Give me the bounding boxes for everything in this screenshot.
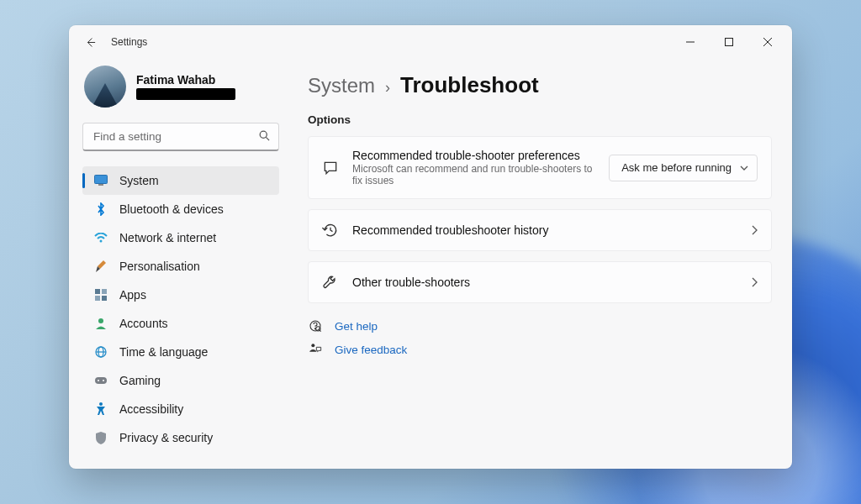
preferences-dropdown[interactable]: Ask me before running	[609, 155, 758, 181]
window-title: Settings	[111, 36, 147, 48]
give-feedback-link[interactable]: Give feedback	[335, 344, 407, 356]
svg-rect-7	[98, 184, 103, 186]
minimize-icon	[686, 38, 695, 46]
sidebar-item-network[interactable]: Network & internet	[82, 223, 279, 252]
sidebar-item-system[interactable]: System	[82, 166, 279, 195]
gamepad-icon	[94, 374, 108, 387]
apps-icon	[94, 288, 108, 302]
sidebar-item-time[interactable]: Time & language	[82, 338, 279, 366]
sidebar-item-apps[interactable]: Apps	[82, 281, 279, 309]
window-controls	[671, 29, 787, 55]
svg-rect-11	[95, 296, 100, 301]
footer-links: Get help Give feedback	[308, 318, 772, 357]
sidebar-item-personalisation[interactable]: Personalisation	[82, 252, 279, 281]
svg-point-20	[99, 402, 103, 406]
shield-icon	[94, 431, 108, 444]
sidebar-item-label: Accounts	[119, 317, 168, 330]
give-feedback-row: Give feedback	[308, 342, 772, 357]
person-icon	[94, 317, 108, 330]
history-icon	[322, 222, 339, 239]
svg-line-24	[320, 330, 321, 332]
search-input[interactable]	[82, 123, 279, 151]
maximize-button[interactable]	[710, 29, 748, 55]
wifi-icon	[94, 231, 108, 244]
page-title: Troubleshoot	[400, 72, 539, 98]
search-container	[82, 123, 279, 151]
avatar	[84, 66, 126, 108]
minimize-button[interactable]	[671, 29, 710, 55]
get-help-link[interactable]: Get help	[335, 320, 378, 333]
brush-icon	[94, 260, 108, 273]
svg-point-4	[260, 131, 267, 138]
breadcrumb-parent[interactable]: System	[308, 74, 375, 97]
svg-rect-12	[102, 296, 107, 301]
close-icon	[763, 38, 772, 46]
profile-email-redacted	[136, 88, 235, 100]
sidebar-item-bluetooth[interactable]: Bluetooth & devices	[82, 195, 279, 223]
dropdown-value: Ask me before running	[621, 161, 732, 174]
sidebar-item-label: Bluetooth & devices	[119, 202, 224, 216]
card-troubleshooter-preferences[interactable]: Recommended trouble-shooter preferences …	[308, 136, 772, 199]
close-button[interactable]	[748, 29, 787, 55]
svg-rect-10	[102, 289, 107, 294]
svg-point-19	[103, 380, 104, 381]
card-title: Recommended trouble-shooter preferences	[352, 149, 595, 162]
chevron-right-icon: ›	[385, 79, 390, 97]
accessibility-icon	[94, 402, 108, 416]
display-icon	[94, 174, 108, 187]
profile-name: Fatima Wahab	[136, 73, 235, 87]
sidebar-item-gaming[interactable]: Gaming	[82, 366, 279, 395]
sidebar-item-label: Network & internet	[119, 231, 216, 244]
settings-window: Settings Fatima Wahab	[69, 25, 792, 469]
sidebar-item-label: Time & language	[119, 345, 208, 359]
sidebar-item-label: Gaming	[119, 374, 161, 387]
svg-point-8	[100, 240, 103, 243]
card-troubleshooter-history[interactable]: Recommended troubleshooter history	[308, 209, 772, 251]
svg-point-13	[98, 318, 103, 323]
card-title: Other trouble-shooters	[352, 276, 738, 289]
titlebar: Settings	[69, 25, 792, 59]
chevron-right-icon	[752, 225, 758, 235]
feedback-icon	[308, 342, 323, 357]
svg-point-18	[98, 380, 99, 381]
main-content: System › Troubleshoot Options Recommende…	[293, 59, 792, 469]
sidebar: Fatima Wahab System Bluetooth & devices	[69, 59, 293, 469]
card-subtitle: Microsoft can recommend and run trouble-…	[352, 163, 595, 186]
breadcrumb: System › Troubleshoot	[308, 72, 772, 98]
card-other-troubleshooters[interactable]: Other trouble-shooters	[308, 261, 772, 303]
svg-rect-1	[726, 39, 733, 46]
svg-rect-17	[95, 377, 107, 384]
section-heading: Options	[308, 113, 772, 126]
sidebar-item-accounts[interactable]: Accounts	[82, 309, 279, 338]
bluetooth-icon	[94, 202, 108, 216]
sidebar-item-label: Personalisation	[119, 260, 200, 273]
wrench-icon	[322, 274, 339, 291]
svg-line-5	[266, 137, 269, 140]
svg-rect-6	[95, 176, 108, 184]
arrow-left-icon	[84, 36, 97, 49]
svg-rect-9	[95, 289, 100, 294]
chevron-down-icon	[740, 165, 748, 171]
sidebar-item-label: System	[119, 174, 159, 187]
maximize-icon	[725, 38, 733, 46]
card-title: Recommended troubleshooter history	[352, 223, 738, 237]
get-help-row: Get help	[308, 318, 772, 333]
profile[interactable]: Fatima Wahab	[84, 66, 277, 108]
sidebar-item-label: Privacy & security	[119, 431, 213, 444]
nav-list: System Bluetooth & devices Network & int…	[82, 166, 279, 452]
sidebar-item-label: Accessibility	[119, 402, 183, 416]
back-button[interactable]	[81, 33, 99, 51]
search-icon	[258, 129, 271, 142]
sidebar-item-label: Apps	[119, 288, 146, 302]
chat-icon	[322, 160, 339, 176]
help-icon	[308, 318, 323, 333]
globe-icon	[94, 345, 108, 359]
chevron-right-icon	[752, 277, 758, 287]
sidebar-item-accessibility[interactable]: Accessibility	[82, 395, 279, 423]
svg-point-25	[311, 344, 314, 347]
sidebar-item-privacy[interactable]: Privacy & security	[82, 423, 279, 452]
